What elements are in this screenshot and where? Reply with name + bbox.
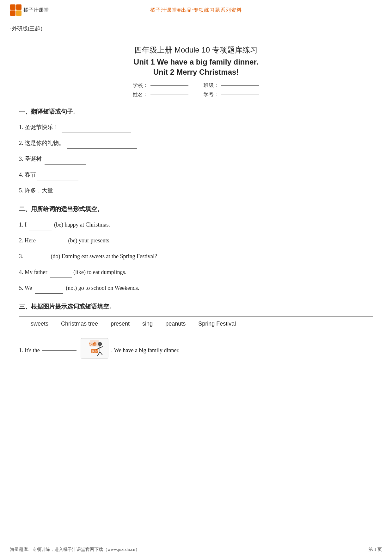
answer-line (38, 246, 67, 246)
s1-q2: 2. 这是你的礼物。 (19, 137, 373, 149)
s1-q4: 4. 春节 (19, 169, 373, 180)
s2-q3: 3. (do) Daming eat sweets at the Spring … (19, 251, 373, 262)
page-title-block: 四年级上册 Module 10 专项题库练习 Unit 1 We have a … (19, 45, 373, 77)
spring-festival-cartoon: 春 快乐 快乐节 (80, 338, 109, 363)
word-peanuts: peanuts (165, 321, 186, 327)
header: 橘子汁课堂 橘子汁课堂®出品·专项练习题系列资料 (0, 0, 392, 19)
page-title-en2: Unit 2 Merry Christmas! (19, 68, 373, 77)
answer-line (67, 148, 137, 149)
q-num: 2. 这是你的礼物。 (19, 140, 64, 146)
name-line (150, 95, 188, 95)
school-field: 学校： (133, 82, 188, 89)
answer-line (29, 230, 52, 230)
studentid-field: 学号： (204, 91, 259, 98)
class-field: 班级： (204, 82, 259, 89)
svg-rect-3 (16, 10, 21, 16)
s2-q2: 2. Here (be) your presents. (19, 235, 373, 246)
answer-line (26, 262, 48, 262)
q-num: 5. 许多，大量 (19, 187, 53, 194)
s2-q5: 5. We (not) go to school on Weekends. (19, 282, 373, 294)
q-num: 1. 圣诞节快乐！ (19, 124, 59, 130)
answer-line (56, 196, 84, 196)
svg-point-8 (98, 342, 102, 346)
footer: 海量题库、专项训练，进入橘子汁课堂官网下载（www.juzizhi.cn） 第 … (0, 544, 392, 555)
name-label: 姓名： (133, 91, 148, 98)
answer-line (50, 278, 72, 278)
info-grid: 学校： 班级： 姓名： 学号： (19, 82, 373, 98)
class-label: 班级： (204, 82, 219, 89)
answer-line (37, 180, 78, 180)
svg-text:快乐: 快乐 (89, 342, 96, 346)
class-line (221, 85, 259, 86)
s1-q1: 1. 圣诞节快乐！ (19, 122, 373, 133)
subtitle-tag: ·外研版(三起） (10, 25, 382, 32)
word-christmas-tree: Christmas tree (61, 321, 98, 327)
main-content: 四年级上册 Module 10 专项题库练习 Unit 1 We have a … (0, 32, 392, 380)
studentid-label: 学号： (204, 91, 219, 98)
section2-title: 二、用所给词的适当形式填空。 (19, 205, 373, 213)
school-line (150, 85, 188, 86)
q-text-after: . We have a big family dinner. (111, 345, 180, 356)
q-num-3-1: 1. It's the (19, 345, 40, 356)
section1-title: 一、翻译短语或句子。 (19, 108, 373, 116)
school-label: 学校： (133, 82, 148, 89)
q-text: 4. My father (like) to eat dumplings. (19, 269, 126, 275)
svg-text:快乐节: 快乐节 (92, 350, 100, 353)
cartoon-image: 春 快乐 快乐节 (80, 338, 109, 359)
name-field: 姓名： (133, 91, 188, 98)
s3-q1: 1. It's the 春 快乐 (19, 338, 373, 363)
logo-text: 橘子汁课堂 (23, 7, 49, 14)
answer-line (45, 164, 86, 165)
word-box: sweets Christmas tree present sing peanu… (19, 316, 373, 331)
q-num: 3. 圣诞树 (19, 156, 42, 162)
s1-q3: 3. 圣诞树 (19, 153, 373, 165)
q-text: 2. Here (be) your presents. (19, 237, 111, 244)
word-spring-festival: Spring Festival (198, 321, 236, 327)
svg-rect-1 (16, 4, 21, 10)
word-sweets: sweets (31, 321, 48, 327)
s2-q1: 1. I (be) happy at Christmas. (19, 219, 373, 230)
q-text: 5. We (not) go to school on Weekends. (19, 285, 139, 291)
q-text: 1. I (be) happy at Christmas. (19, 221, 110, 228)
header-title: 橘子汁课堂®出品·专项练习题系列资料 (150, 7, 242, 14)
page-title-zh: 四年级上册 Module 10 专项题库练习 (19, 45, 373, 55)
q-num: 4. 春节 (19, 171, 36, 178)
answer-line (42, 350, 77, 351)
svg-rect-0 (10, 4, 15, 10)
q-text: 3. (do) Daming eat sweets at the Spring … (19, 253, 157, 259)
answer-line (62, 133, 131, 133)
logo-area: 橘子汁课堂 (10, 4, 49, 16)
footer-right: 第 1 页 (369, 547, 382, 552)
section3-title: 三、根据图片提示选词或短语填空。 (19, 302, 373, 311)
logo-icon (10, 4, 21, 16)
footer-left: 海量题库、专项训练，进入橘子汁课堂官网下载（www.juzizhi.cn） (10, 547, 140, 552)
info-row-1: 学校： 班级： (133, 82, 259, 89)
word-sing: sing (142, 321, 153, 327)
word-present: present (111, 321, 130, 327)
svg-rect-2 (10, 10, 15, 16)
answer-line (35, 293, 63, 294)
s2-q4: 4. My father (like) to eat dumplings. (19, 266, 373, 278)
studentid-line (221, 95, 259, 95)
s1-q5: 5. 许多，大量 (19, 185, 373, 196)
info-row-2: 姓名： 学号： (133, 91, 259, 98)
page-title-en1: Unit 1 We have a big family dinner. (19, 58, 373, 66)
